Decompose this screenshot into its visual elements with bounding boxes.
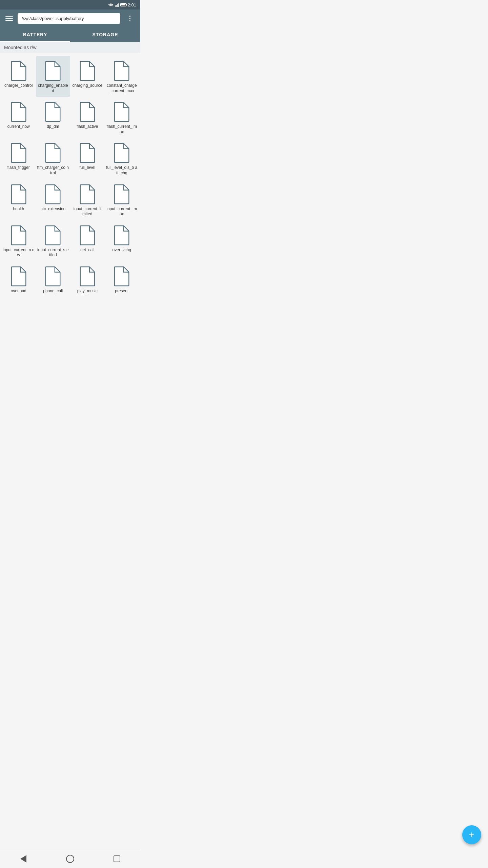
file-label-charger_control: charger_control [4, 83, 33, 88]
file-icon-net_call [79, 225, 96, 245]
file-icon-play_music [79, 266, 96, 287]
file-icon-flash_active [79, 102, 96, 122]
file-item-input_current_settled[interactable]: input_current_s ettled [36, 220, 70, 261]
signal-icon [115, 3, 119, 7]
file-item-play_music[interactable]: play_music [70, 261, 105, 297]
file-label-constant_charge_current_max: constant_charge_current_max [106, 83, 138, 94]
file-item-overload[interactable]: overload [1, 261, 36, 297]
file-label-full_level_dis_batt_chg: full_level_dis_b att_chg [106, 165, 138, 176]
content-area: charger_control charging_enabled chargin… [0, 53, 140, 324]
file-icon-full_level_dis_batt_chg [113, 143, 130, 163]
file-grid: charger_control charging_enabled chargin… [0, 53, 140, 300]
battery-icon [120, 3, 126, 6]
file-label-flash_trigger: flash_trigger [7, 165, 30, 171]
file-item-charging_source[interactable]: charging_source [70, 56, 105, 97]
file-label-flash_current_max: flash_current_ max [106, 124, 138, 135]
file-icon-full_level [79, 143, 96, 163]
file-label-current_now: current_now [7, 124, 30, 130]
status-time: 2:01 [128, 2, 136, 7]
wifi-icon [108, 3, 114, 7]
status-bar: 2:01 [0, 0, 140, 9]
file-label-input_current_now: input_current_n ow [3, 248, 35, 258]
file-item-dp_dm[interactable]: dp_dm [36, 97, 70, 138]
file-label-dp_dm: dp_dm [47, 124, 59, 130]
tab-battery[interactable]: BATTERY [0, 27, 70, 42]
file-icon-ftm_charger_control [44, 143, 62, 163]
file-item-input_current_now[interactable]: input_current_n ow [1, 220, 36, 261]
file-icon-constant_charge_current_max [113, 61, 130, 81]
file-item-full_level[interactable]: full_level [70, 138, 105, 179]
file-item-constant_charge_current_max[interactable]: constant_charge_current_max [105, 56, 139, 97]
file-label-charging_enabled: charging_enabled [37, 83, 69, 94]
svg-rect-0 [115, 5, 116, 7]
hamburger-button[interactable] [4, 15, 14, 22]
path-input[interactable] [18, 13, 120, 24]
file-label-input_current_max: input_current_ max [106, 206, 138, 217]
svg-rect-3 [118, 3, 119, 7]
file-icon-phone_call [44, 266, 62, 287]
file-icon-flash_current_max [113, 102, 130, 122]
top-bar: ⋮ [0, 9, 140, 27]
file-item-ftm_charger_control[interactable]: ftm_charger_co ntrol [36, 138, 70, 179]
file-icon-health [10, 184, 27, 204]
file-icon-present [113, 266, 130, 287]
file-item-flash_current_max[interactable]: flash_current_ max [105, 97, 139, 138]
file-item-charger_control[interactable]: charger_control [1, 56, 36, 97]
file-item-flash_trigger[interactable]: flash_trigger [1, 138, 36, 179]
file-icon-dp_dm [44, 102, 62, 122]
svg-rect-2 [117, 4, 118, 7]
more-options-button[interactable]: ⋮ [124, 13, 136, 24]
file-label-over_vchg: over_vchg [113, 248, 131, 253]
file-icon-charging_source [79, 61, 96, 81]
file-icon-input_current_settled [44, 225, 62, 245]
file-icon-charger_control [10, 61, 27, 81]
file-item-over_vchg[interactable]: over_vchg [105, 220, 139, 261]
file-label-net_call: net_call [80, 248, 94, 253]
file-label-overload: overload [11, 289, 26, 294]
subtitle-text: Mounted as r/w [0, 42, 140, 53]
file-item-full_level_dis_batt_chg[interactable]: full_level_dis_b att_chg [105, 138, 139, 179]
status-icons: 2:01 [108, 2, 136, 7]
file-item-current_now[interactable]: current_now [1, 97, 36, 138]
file-item-phone_call[interactable]: phone_call [36, 261, 70, 297]
file-label-full_level: full_level [79, 165, 95, 171]
file-icon-input_current_max [113, 184, 130, 204]
file-icon-over_vchg [113, 225, 130, 245]
file-label-phone_call: phone_call [43, 289, 63, 294]
file-label-charging_source: charging_source [72, 83, 102, 88]
file-label-present: present [115, 289, 128, 294]
file-icon-overload [10, 266, 27, 287]
file-item-charging_enabled[interactable]: charging_enabled [36, 56, 70, 97]
file-icon-charging_enabled [44, 61, 62, 81]
file-label-flash_active: flash_active [77, 124, 98, 130]
file-item-net_call[interactable]: net_call [70, 220, 105, 261]
file-label-play_music: play_music [77, 289, 98, 294]
file-icon-current_now [10, 102, 27, 122]
file-item-htc_extension[interactable]: htc_extension [36, 179, 70, 220]
file-label-health: health [13, 206, 24, 212]
file-item-flash_active[interactable]: flash_active [70, 97, 105, 138]
file-item-present[interactable]: present [105, 261, 139, 297]
svg-rect-1 [116, 5, 117, 7]
file-label-input_current_limited: input_current_li mited [72, 206, 103, 217]
hamburger-line-3 [5, 20, 13, 21]
file-icon-input_current_limited [79, 184, 96, 204]
tab-storage[interactable]: STORAGE [70, 27, 140, 42]
file-icon-flash_trigger [10, 143, 27, 163]
file-label-htc_extension: htc_extension [40, 206, 65, 212]
battery-fill [121, 4, 125, 5]
file-item-health[interactable]: health [1, 179, 36, 220]
tabs-bar: BATTERY STORAGE [0, 27, 140, 42]
file-label-ftm_charger_control: ftm_charger_co ntrol [37, 165, 69, 176]
file-icon-htc_extension [44, 184, 62, 204]
hamburger-line-1 [5, 16, 13, 17]
hamburger-line-2 [5, 18, 13, 19]
file-icon-input_current_now [10, 225, 27, 245]
file-item-input_current_max[interactable]: input_current_ max [105, 179, 139, 220]
file-label-input_current_settled: input_current_s ettled [37, 248, 69, 258]
file-item-input_current_limited[interactable]: input_current_li mited [70, 179, 105, 220]
